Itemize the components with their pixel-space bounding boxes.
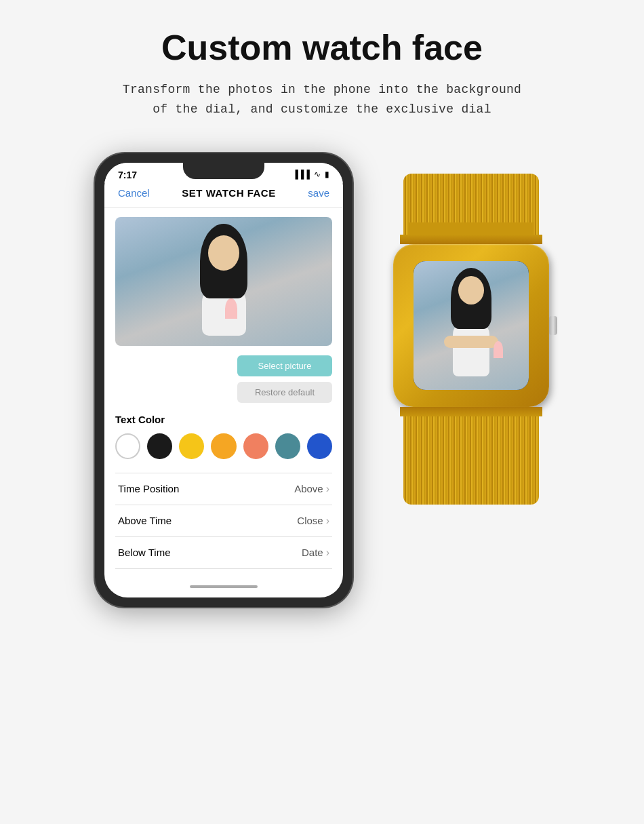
- watch-body: [393, 244, 549, 407]
- cancel-button[interactable]: Cancel: [118, 187, 150, 199]
- settings-rows: Time Position Above › Above Time Close ›: [115, 473, 332, 569]
- swatch-orange[interactable]: [211, 433, 236, 459]
- watch-screen-image: [414, 261, 529, 390]
- preview-figure: [190, 227, 258, 336]
- chevron-right-icon-2: ›: [326, 515, 329, 527]
- status-icons: ▐▐▐ ∿ ▮: [292, 170, 329, 180]
- watch-face-preview: [115, 217, 332, 346]
- home-indicator: [190, 585, 258, 588]
- settings-row-time-position[interactable]: Time Position Above ›: [115, 473, 332, 505]
- above-time-label: Above Time: [118, 515, 172, 526]
- watch-band-connector-bottom: [400, 407, 542, 416]
- swatch-white[interactable]: [115, 433, 140, 459]
- app-title: SET WATCH FACE: [182, 187, 275, 199]
- page-title: Custom watch face: [161, 27, 483, 68]
- select-picture-button[interactable]: Select picture: [237, 355, 332, 376]
- phone-status-bar: 7:17 ▐▐▐ ∿ ▮: [104, 163, 343, 183]
- battery-icon: ▮: [325, 170, 329, 180]
- watch-screen: [414, 261, 529, 390]
- watch-band-connector-top: [400, 235, 542, 244]
- chevron-right-icon-3: ›: [326, 547, 329, 559]
- restore-default-button[interactable]: Restore default: [237, 382, 332, 403]
- watch-figure-face: [458, 276, 484, 305]
- above-time-value: Close ›: [297, 515, 329, 527]
- watch-crown: [549, 316, 557, 335]
- time-position-value: Above ›: [294, 483, 329, 495]
- phone-mockup: 7:17 ▐▐▐ ∿ ▮ Cancel SET WATCH FACE save: [95, 153, 353, 607]
- swatch-black[interactable]: [147, 433, 172, 459]
- phone-home-bar: [104, 578, 343, 597]
- phone-screen: 7:17 ▐▐▐ ∿ ▮ Cancel SET WATCH FACE save: [104, 163, 343, 597]
- watch-figure-body: [453, 322, 489, 376]
- watch-figure-arms: [444, 336, 498, 348]
- figure-flower: [225, 298, 237, 319]
- swatch-salmon[interactable]: [243, 433, 268, 459]
- page-subtitle: Transform the photos in the phone into t…: [123, 80, 521, 119]
- time-position-value-text: Above: [294, 483, 323, 494]
- wifi-icon: ∿: [314, 170, 321, 180]
- phone-time: 7:17: [118, 170, 137, 180]
- signal-icon: ▐▐▐: [292, 170, 310, 180]
- save-button[interactable]: save: [308, 187, 329, 199]
- devices-container: 7:17 ▐▐▐ ∿ ▮ Cancel SET WATCH FACE save: [20, 153, 624, 607]
- settings-row-above-time[interactable]: Above Time Close ›: [115, 505, 332, 537]
- phone-notch: [183, 163, 264, 179]
- text-color-label: Text Color: [115, 414, 332, 425]
- watch-mockup: [393, 174, 549, 505]
- chevron-right-icon: ›: [326, 483, 329, 495]
- swatch-teal[interactable]: [275, 433, 300, 459]
- figure-face: [208, 235, 239, 271]
- above-time-value-text: Close: [297, 515, 323, 526]
- time-position-label: Time Position: [118, 483, 179, 494]
- watch-band-top: [403, 174, 539, 235]
- watch-figure-flower: [494, 341, 503, 358]
- below-time-value: Date ›: [302, 547, 329, 559]
- phone-content: Select picture Restore default Text Colo…: [104, 208, 343, 578]
- app-header: Cancel SET WATCH FACE save: [104, 183, 343, 208]
- color-swatches: [115, 433, 332, 459]
- below-time-label: Below Time: [118, 547, 171, 558]
- settings-row-below-time[interactable]: Below Time Date ›: [115, 537, 332, 569]
- watch-band-bottom: [403, 416, 539, 505]
- below-time-value-text: Date: [302, 547, 323, 558]
- swatch-yellow[interactable]: [179, 433, 204, 459]
- swatch-blue[interactable]: [307, 433, 332, 459]
